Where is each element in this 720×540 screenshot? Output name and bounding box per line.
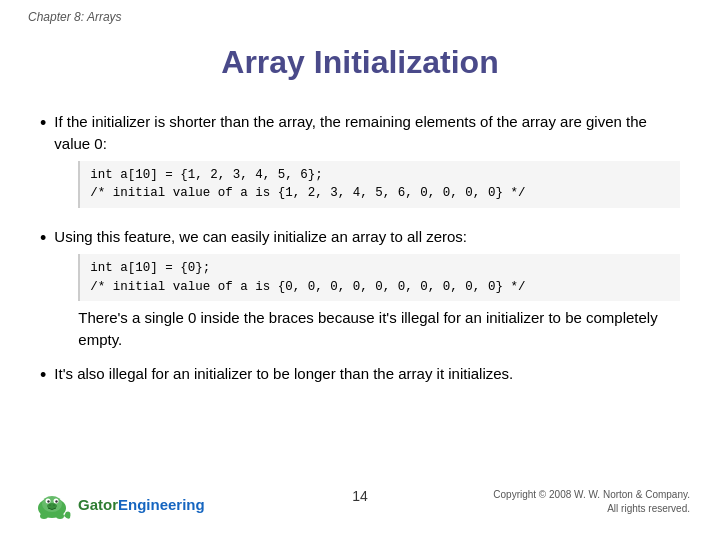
bullet-text-1: If the initializer is shorter than the a… [54,113,647,152]
copyright-line-2: All rights reserved. [493,502,690,516]
footer-copyright: Copyright © 2008 W. W. Norton & Company.… [493,488,690,516]
bullet-dot-1: • [40,113,46,134]
brand-engineering: Engineering [118,496,205,513]
content-area: • If the initializer is shorter than the… [0,91,720,386]
bullet-text-3: It's also illegal for an initializer to … [54,363,513,385]
bullet-item-3: • It's also illegal for an initializer t… [40,363,680,386]
svg-point-5 [55,500,57,502]
code-line-1-2: /* initial value of a is {1, 2, 3, 4, 5,… [90,184,670,203]
footer-logo: GatorEngineering [30,482,205,526]
brand-gator: Gator [78,496,118,513]
svg-point-8 [53,504,54,505]
bullet-dot-3: • [40,365,46,386]
copyright-line-1: Copyright © 2008 W. W. Norton & Company. [493,488,690,502]
svg-point-10 [56,513,64,519]
code-line-2-2: /* initial value of a is {0, 0, 0, 0, 0,… [90,278,670,297]
footer-page-number: 14 [352,488,368,504]
code-block-1: int a[10] = {1, 2, 3, 4, 5, 6}; /* initi… [78,161,680,209]
bullet-text-2: Using this feature, we can easily initia… [54,228,467,245]
svg-point-7 [49,504,50,505]
svg-point-9 [40,513,48,519]
extra-text-2: There's a single 0 inside the braces bec… [78,307,680,351]
bullet-item-2: • Using this feature, we can easily init… [40,226,680,351]
bullet-dot-2: • [40,228,46,249]
gator-icon [30,482,74,526]
footer-brand: GatorEngineering [78,496,205,513]
code-line-2-1: int a[10] = {0}; [90,259,670,278]
code-line-1-1: int a[10] = {1, 2, 3, 4, 5, 6}; [90,166,670,185]
chapter-label: Chapter 8: Arrays [28,10,122,24]
slide-title: Array Initialization [0,44,720,91]
svg-point-4 [47,500,49,502]
code-block-2: int a[10] = {0}; /* initial value of a i… [78,254,680,302]
footer: GatorEngineering 14 Copyright © 2008 W. … [0,482,720,526]
bullet-item-1: • If the initializer is shorter than the… [40,111,680,214]
